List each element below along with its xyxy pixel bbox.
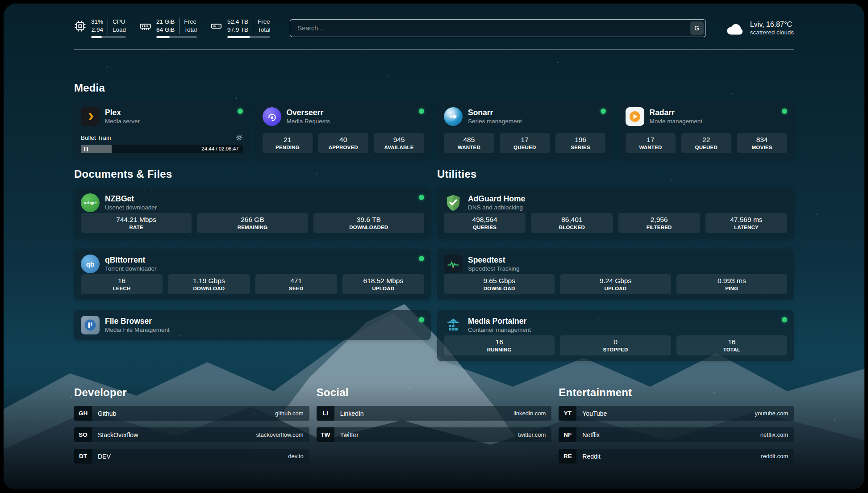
bookmark-twitter[interactable]: TW Twitter twitter.com	[317, 427, 552, 442]
app-card-sonarr[interactable]: Sonarr Series management 485 WANTED 17 Q…	[437, 101, 613, 159]
stat-value: 17	[627, 136, 674, 144]
stat-label: REMAINING	[199, 225, 306, 230]
bookmark-abbr: TW	[317, 427, 334, 442]
memory-label-bottom: Total	[184, 26, 197, 34]
bookmark-name: StackOverflow	[92, 431, 138, 439]
stat-box: 40 APPROVED	[318, 133, 368, 153]
stat-label: UPLOAD	[562, 286, 669, 291]
stat-box: 498,564 QUERIES	[444, 213, 526, 233]
bookmark-reddit[interactable]: RE Reddit reddit.com	[559, 449, 794, 464]
app-name: qBittorrent	[105, 256, 157, 264]
documents-section-title: Documents & Files	[74, 168, 431, 180]
stat-box: 86,401 BLOCKED	[531, 213, 613, 233]
stat-value: 0.993 ms	[678, 277, 785, 285]
bookmark-stackoverflow[interactable]: SO StackOverflow stackoverflow.com	[74, 427, 309, 442]
stat-value: 16	[83, 277, 161, 285]
stat-label: DOWNLOAD	[446, 286, 553, 291]
status-dot	[782, 109, 787, 114]
stat-box: 485 WANTED	[444, 133, 494, 153]
adguard-icon	[444, 193, 463, 212]
bookmark-name: Reddit	[576, 453, 600, 460]
bookmark-name: Twitter	[334, 431, 359, 439]
stat-label: SERIES	[557, 145, 604, 150]
stat-value: 834	[739, 136, 785, 144]
dashboard-screen: 31% 2.94 CPU Load	[4, 4, 864, 489]
radarr-icon	[626, 107, 644, 126]
app-name: NZBGet	[105, 195, 157, 203]
stat-box: 618.52 Mbps UPLOAD	[342, 274, 424, 294]
stat-value: 744.21 Mbps	[83, 216, 190, 224]
developer-section: Developer GH Github github.com SO StackO…	[74, 386, 309, 470]
stat-value: 471	[257, 277, 335, 285]
disk-usage-bar-fill	[227, 36, 250, 38]
app-card-adguard[interactable]: AdGuard Home DNS and adblocking 498,564 …	[437, 188, 794, 239]
utilities-section: Utilities	[437, 168, 794, 361]
stat-label: PING	[678, 286, 785, 291]
stat-value: 266 GB	[199, 216, 306, 224]
entertainment-section: Entertainment YT YouTube youtube.com NF …	[559, 386, 794, 470]
bookmark-github[interactable]: GH Github github.com	[74, 406, 309, 421]
bookmark-dev[interactable]: DT DEV dev.to	[74, 449, 309, 464]
app-name: Speedtest	[468, 256, 520, 264]
disk-free: 52.4 TB	[227, 18, 248, 26]
bookmark-netflix[interactable]: NF Netflix netflix.com	[559, 427, 794, 442]
bookmark-youtube[interactable]: YT YouTube youtube.com	[559, 406, 794, 421]
app-card-speedtest[interactable]: Speedtest Speedtest Tracking 9.65 Gbps D…	[437, 249, 794, 300]
stat-value: 945	[376, 136, 422, 144]
stat-box: 945 AVAILABLE	[374, 133, 424, 153]
ram-icon	[139, 20, 151, 32]
playback-time: 24:44 / 02:06:47	[201, 146, 238, 151]
stat-value: 47.569 ms	[707, 216, 785, 224]
stat-label: DOWNLOADED	[315, 225, 422, 230]
stat-value: 1.19 Gbps	[170, 277, 248, 285]
stat-value: 0	[562, 338, 669, 346]
status-dot	[419, 317, 424, 322]
stat-box: 39.6 TB DOWNLOADED	[313, 213, 424, 233]
sonarr-icon	[444, 107, 463, 126]
app-card-radarr[interactable]: Radarr Movie management 17 WANTED 22 QUE…	[619, 101, 794, 159]
app-card-filebrowser[interactable]: File Browser Media File Management	[74, 310, 431, 340]
bookmark-abbr: SO	[74, 427, 92, 442]
cpu-load: 2.94	[91, 26, 103, 34]
stat-box: 9.65 Gbps DOWNLOAD	[444, 274, 555, 294]
stat-box: 16 RUNNING	[444, 335, 555, 355]
stat-label: TOTAL	[678, 347, 785, 352]
search-engine-button[interactable]: G	[690, 21, 704, 35]
stat-label: MOVIES	[739, 145, 785, 150]
stat-label: QUEUED	[501, 145, 548, 150]
app-card-portainer[interactable]: Media Portainer Container management 16 …	[437, 310, 794, 361]
stat-box: 1.19 Gbps DOWNLOAD	[168, 274, 250, 294]
app-card-overseerr[interactable]: Overseerr Media Requests 21 PENDING 40 A…	[256, 101, 431, 159]
bookmark-url: netflix.com	[760, 431, 794, 438]
app-card-nzbget[interactable]: nzbget NZBGet Usenet downloader 744.21 M…	[74, 188, 431, 239]
bookmark-url: dev.to	[288, 453, 309, 460]
app-card-qbittorrent[interactable]: qb qBittorrent Torrent downloader 16	[74, 249, 431, 300]
search-input[interactable]	[290, 19, 705, 37]
media-section: Media Plex Media server	[74, 82, 794, 159]
memory-usage-bar-fill	[156, 36, 170, 38]
stat-value: 618.52 Mbps	[344, 277, 422, 285]
media-section-title: Media	[74, 82, 794, 94]
gear-icon[interactable]	[235, 134, 243, 142]
stat-box: 16 LEECH	[81, 274, 163, 294]
speedtest-icon	[444, 255, 463, 273]
entertainment-section-title: Entertainment	[559, 386, 794, 399]
bookmark-url: youtube.com	[755, 410, 794, 417]
bookmark-linkedin[interactable]: LI LinkedIn linkedin.com	[317, 406, 552, 421]
bookmark-abbr: YT	[559, 406, 576, 421]
pause-icon[interactable]	[84, 147, 88, 151]
stat-box: 0.993 ms PING	[676, 274, 787, 294]
playback-progress-bar[interactable]: 24:44 / 02:06:47	[81, 145, 243, 153]
stat-value: 485	[446, 136, 492, 144]
portainer-icon	[444, 316, 463, 334]
stat-label: LATENCY	[707, 225, 785, 230]
qbittorrent-icon: qb	[81, 255, 100, 273]
disk-total: 97.9 TB	[227, 26, 248, 34]
memory-total: 64 GiB	[156, 26, 175, 34]
nzbget-logo-text: nzbget	[84, 201, 97, 205]
app-card-plex[interactable]: Plex Media server Bullet Train	[74, 101, 250, 159]
cpu-percent: 31%	[91, 18, 103, 26]
stat-box: 22 QUEUED	[681, 133, 731, 153]
bookmark-name: DEV	[92, 453, 111, 460]
system-widgets: 31% 2.94 CPU Load	[74, 18, 270, 38]
